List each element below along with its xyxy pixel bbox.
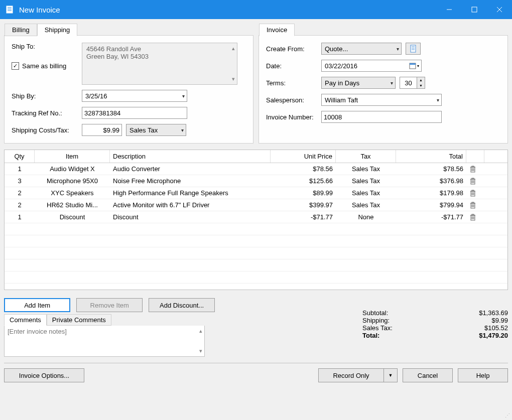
same-as-billing-checkbox[interactable]: ✓ bbox=[12, 62, 19, 70]
shipping-label: Shipping: bbox=[362, 317, 390, 324]
record-only-split-button[interactable]: Record Only ▼ bbox=[318, 368, 398, 382]
invoice-number-input[interactable] bbox=[321, 111, 442, 123]
svg-rect-43 bbox=[472, 214, 474, 215]
scroll-up-icon[interactable]: ▴ bbox=[199, 328, 202, 334]
add-item-button[interactable]: Add Item bbox=[4, 298, 70, 312]
delete-row-icon[interactable] bbox=[469, 189, 476, 197]
totals-summary: Subtotal:$1,363.69 Shipping:$9.99 Sales … bbox=[362, 293, 508, 357]
tab-private-comments[interactable]: Private Comments bbox=[47, 314, 111, 326]
window-titlebar: New Invoice bbox=[0, 0, 512, 19]
create-from-document-button[interactable] bbox=[406, 43, 421, 55]
svg-rect-37 bbox=[472, 202, 474, 203]
chevron-down-icon: ▾ bbox=[391, 80, 393, 86]
chevron-down-icon: ▼ bbox=[389, 373, 393, 378]
invoice-tab-panel: Invoice Create From: Quote... ▾ Date: 03… bbox=[259, 35, 508, 144]
table-row[interactable]: 1DiscountDiscount-$71.77None-$71.77 bbox=[5, 211, 507, 223]
chevron-down-icon: ▾ bbox=[437, 97, 439, 103]
create-from-label: Create From: bbox=[266, 45, 321, 53]
svg-rect-13 bbox=[410, 63, 416, 65]
total-label: Total: bbox=[362, 332, 379, 339]
svg-rect-8 bbox=[411, 45, 416, 52]
invoice-options-button[interactable]: Invoice Options... bbox=[4, 368, 84, 382]
svg-rect-25 bbox=[472, 178, 474, 179]
record-only-button[interactable]: Record Only bbox=[318, 368, 383, 382]
cancel-button[interactable]: Cancel bbox=[403, 368, 453, 382]
ship-to-textarea[interactable]: 45646 Randoll Ave Green Bay, WI 54303 ▴ … bbox=[82, 43, 237, 85]
col-item[interactable]: Item bbox=[35, 150, 110, 163]
table-row[interactable]: 3Microphone 95X0Noise Free Microphone$12… bbox=[5, 175, 507, 187]
table-row bbox=[5, 235, 507, 247]
close-button[interactable] bbox=[487, 0, 512, 19]
tracking-label: Tracking Ref No.: bbox=[12, 109, 82, 117]
tab-invoice[interactable]: Invoice bbox=[259, 24, 295, 36]
delete-row-icon[interactable] bbox=[469, 213, 476, 221]
terms-combo[interactable]: Pay in Days ▾ bbox=[321, 77, 396, 89]
total-value: $1,479.20 bbox=[479, 332, 508, 339]
date-label: Date: bbox=[266, 62, 321, 70]
shipping-value: $9.99 bbox=[491, 317, 508, 324]
col-description[interactable]: Description bbox=[110, 150, 271, 163]
subtotal-value: $1,363.69 bbox=[479, 309, 508, 317]
terms-days-spinner[interactable]: ▲ ▼ bbox=[417, 77, 425, 89]
ship-to-label: Ship To: bbox=[12, 43, 82, 50]
svg-rect-31 bbox=[472, 190, 474, 191]
line-items-table: Qty Item Description Unit Price Tax Tota… bbox=[4, 150, 508, 290]
date-picker[interactable]: 03/22/2016 ▾ bbox=[321, 60, 422, 72]
svg-rect-5 bbox=[472, 7, 477, 12]
table-row[interactable]: 2XYC SpeakersHigh Performance Full Range… bbox=[5, 187, 507, 199]
shipping-tab-panel: Billing Shipping Ship To: ✓ Same as bill… bbox=[4, 35, 253, 144]
col-qty[interactable]: Qty bbox=[5, 150, 35, 163]
same-as-billing-label: Same as billing bbox=[22, 62, 66, 70]
scroll-down-icon[interactable]: ▾ bbox=[232, 76, 235, 82]
chevron-down-icon: ▾ bbox=[181, 127, 184, 133]
table-row[interactable]: 2HR62 Studio Mi...Active Monitor with 6.… bbox=[5, 199, 507, 211]
delete-row-icon[interactable] bbox=[469, 177, 476, 185]
salesperson-label: Salesperson: bbox=[266, 96, 321, 104]
delete-row-icon[interactable] bbox=[469, 165, 476, 173]
salestax-value: $105.52 bbox=[484, 324, 508, 332]
scroll-up-icon[interactable]: ▴ bbox=[232, 45, 235, 52]
subtotal-label: Subtotal: bbox=[362, 309, 388, 317]
remove-item-button[interactable]: Remove Item bbox=[76, 298, 143, 312]
add-discount-button[interactable]: Add Discount... bbox=[149, 298, 215, 312]
ship-by-combo[interactable]: 3/25/16 ▾ bbox=[82, 90, 187, 102]
scroll-down-icon[interactable]: ▾ bbox=[199, 348, 202, 354]
terms-label: Terms: bbox=[266, 79, 321, 87]
col-unit-price[interactable]: Unit Price bbox=[271, 150, 336, 163]
svg-rect-0 bbox=[7, 6, 13, 13]
help-button[interactable]: Help bbox=[458, 368, 508, 382]
svg-rect-19 bbox=[472, 166, 474, 167]
window-title: New Invoice bbox=[19, 6, 60, 14]
table-row[interactable]: 1Audio Widget XAudio Converter$78.56Sale… bbox=[5, 163, 507, 175]
tracking-input[interactable] bbox=[82, 107, 187, 119]
shipping-cost-label: Shipping Costs/Tax: bbox=[12, 126, 82, 134]
spinner-up-icon[interactable]: ▲ bbox=[417, 77, 425, 83]
table-row bbox=[5, 259, 507, 271]
calendar-icon: ▾ bbox=[409, 62, 419, 69]
chevron-down-icon: ▾ bbox=[182, 93, 185, 99]
resize-grip-icon[interactable]: ⋰ bbox=[505, 412, 510, 418]
ship-by-label: Ship By: bbox=[12, 92, 82, 100]
col-total[interactable]: Total bbox=[396, 150, 466, 163]
create-from-combo[interactable]: Quote... ▾ bbox=[321, 43, 402, 55]
comments-textarea[interactable]: [Enter invoice notes] ▴ ▾ bbox=[4, 326, 205, 357]
minimize-button[interactable] bbox=[437, 0, 462, 19]
table-row bbox=[5, 223, 507, 235]
shipping-cost-input[interactable] bbox=[82, 124, 122, 136]
delete-row-icon[interactable] bbox=[469, 201, 476, 209]
tab-comments[interactable]: Comments bbox=[4, 314, 47, 326]
terms-days-input[interactable] bbox=[400, 77, 417, 89]
salesperson-combo[interactable]: William Taft ▾ bbox=[321, 94, 442, 106]
table-row bbox=[5, 247, 507, 259]
app-icon bbox=[5, 5, 14, 14]
col-tax[interactable]: Tax bbox=[336, 150, 396, 163]
tab-shipping[interactable]: Shipping bbox=[37, 24, 78, 36]
spinner-down-icon[interactable]: ▼ bbox=[417, 83, 425, 88]
tab-billing[interactable]: Billing bbox=[5, 24, 37, 36]
shipping-tax-combo[interactable]: Sales Tax ▾ bbox=[126, 124, 186, 136]
chevron-down-icon: ▾ bbox=[397, 46, 399, 52]
invoice-number-label: Invoice Number: bbox=[266, 113, 321, 121]
record-only-dropdown[interactable]: ▼ bbox=[383, 368, 398, 382]
table-row bbox=[5, 271, 507, 284]
maximize-button[interactable] bbox=[462, 0, 487, 19]
